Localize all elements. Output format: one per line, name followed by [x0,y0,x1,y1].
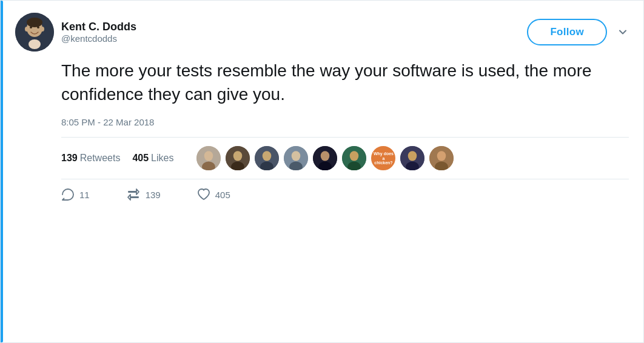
tweet-card: Kent C. Dodds @kentcdodds Follow The mor… [0,0,644,343]
svg-point-31 [437,152,446,161]
tweet-actions: 11 139 405 [61,179,629,210]
tweet-header-left: Kent C. Dodds @kentcdodds [15,13,136,52]
tweet-timestamp: 8:05 PM - 22 Mar 2018 [61,117,629,127]
tweet-text: The more your tests resemble the way you… [61,59,629,106]
left-accent-bar [1,1,3,342]
liker-avatar-9[interactable] [428,145,455,172]
user-info: Kent C. Dodds @kentcdodds [61,21,136,44]
retweet-icon [126,188,141,201]
stats-divider [61,137,629,138]
tweet-stats: 139 Retweets 405 Likes [61,145,629,179]
svg-point-16 [263,152,272,161]
svg-point-19 [292,152,301,161]
svg-point-2 [27,18,42,27]
username[interactable]: @kentcdodds [61,33,136,44]
display-name[interactable]: Kent C. Dodds [61,21,136,33]
avatar[interactable] [15,13,54,52]
likes-label: Likes [151,153,173,164]
svg-point-4 [41,27,44,32]
liker-avatar-5[interactable] [312,145,338,172]
liker-avatar-6[interactable] [341,145,367,172]
reply-count: 11 [79,190,90,200]
chevron-down-icon[interactable] [617,26,629,38]
retweet-button[interactable]: 139 [126,188,161,201]
tweet-body: The more your tests resemble the way you… [15,59,629,210]
reply-button[interactable]: 11 [61,188,90,201]
retweets-label: Retweets [80,153,121,164]
svg-point-8 [29,39,41,49]
retweets-count: 139 [61,153,78,164]
likes-count: 405 [132,153,149,164]
header-right: Follow [527,19,629,45]
likers-avatars: Why does a chicken? [195,145,455,172]
follow-button[interactable]: Follow [527,19,607,45]
liker-avatar-8[interactable] [399,145,426,172]
liker-avatar-4[interactable] [283,145,309,172]
like-count: 405 [215,190,230,200]
like-icon [197,188,210,201]
liker-avatar-3[interactable] [253,145,280,172]
svg-point-22 [321,152,330,161]
like-button[interactable]: 405 [197,188,230,201]
liker-avatar-1[interactable] [195,145,222,172]
tweet-header: Kent C. Dodds @kentcdodds Follow [15,13,629,52]
retweet-count: 139 [146,190,161,200]
svg-point-25 [350,152,359,161]
svg-point-6 [37,26,39,28]
svg-point-3 [25,27,29,32]
svg-point-10 [204,152,213,161]
liker-avatar-7[interactable]: Why does a chicken? [370,145,397,172]
reply-icon [61,188,75,201]
svg-point-5 [30,26,32,28]
liker-avatar-2[interactable] [224,145,251,172]
svg-point-28 [408,152,417,161]
svg-point-13 [233,152,243,161]
